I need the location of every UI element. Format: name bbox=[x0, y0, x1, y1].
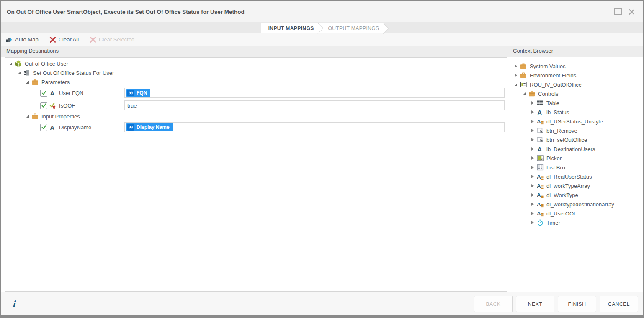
tree-row[interactable]: ADisplayNameDisplay Name bbox=[5, 121, 507, 133]
finish-button[interactable]: FINISH bbox=[558, 296, 596, 312]
expand-arrow-icon[interactable] bbox=[529, 166, 536, 169]
tree-row[interactable]: IsOOFtrue bbox=[5, 99, 507, 112]
tree-row[interactable]: Environment Fields bbox=[510, 71, 642, 80]
tree-row[interactable]: AUser FQNFQN bbox=[5, 87, 507, 99]
expand-arrow-icon[interactable] bbox=[529, 110, 536, 114]
next-button[interactable]: NEXT bbox=[516, 296, 554, 312]
tree-row[interactable]: Adl_workTypeArray bbox=[510, 181, 642, 190]
tree-row[interactable]: System Values bbox=[510, 62, 642, 71]
row-checkbox[interactable] bbox=[40, 124, 47, 131]
tree-row[interactable]: Adl_UserOOf bbox=[510, 209, 642, 218]
tree-row[interactable]: Parameters bbox=[5, 77, 507, 87]
svg-text:A: A bbox=[537, 174, 541, 180]
tree-row[interactable]: Set Out Of Office Status For User bbox=[5, 68, 507, 77]
tree-row-label: IsOOF bbox=[59, 103, 75, 109]
toolbar-item-label: Auto Map bbox=[15, 36, 39, 43]
mapping-token[interactable]: FQN bbox=[126, 89, 150, 97]
svg-text:A: A bbox=[538, 109, 542, 116]
tab-output-mappings[interactable]: OUTPUT MAPPINGS bbox=[318, 23, 384, 33]
tree-row[interactable]: Controls bbox=[510, 89, 642, 98]
tree-row[interactable]: Adl_USerStatus_Unstyle bbox=[510, 117, 642, 126]
tree-row[interactable]: Adl_worktypedestinationarray bbox=[510, 200, 642, 209]
clear-all-button[interactable]: Clear All bbox=[49, 36, 79, 43]
mapping-token[interactable]: Display Name bbox=[126, 123, 173, 131]
mapping-destinations-panel: Out of Office UserSet Out Of Office Stat… bbox=[5, 57, 507, 292]
tree-row-label: DisplayName bbox=[59, 124, 91, 131]
collapse-arrow-icon[interactable] bbox=[24, 81, 31, 84]
window-controls bbox=[614, 8, 643, 15]
expand-arrow-icon[interactable] bbox=[529, 212, 536, 215]
tab-strip: INPUT MAPPINGSOUTPUT MAPPINGS bbox=[1, 22, 643, 33]
button-icon bbox=[537, 127, 544, 134]
expand-arrow-icon[interactable] bbox=[529, 120, 536, 123]
tree-row-label: btn_Remove bbox=[546, 128, 577, 134]
expand-arrow-icon[interactable] bbox=[529, 221, 536, 224]
tree-row[interactable]: Adl_WorkType bbox=[510, 190, 642, 200]
mapping-field[interactable]: FQN bbox=[124, 88, 505, 98]
tree-row-label: Table bbox=[546, 100, 559, 106]
collapse-arrow-icon[interactable] bbox=[16, 72, 22, 74]
tree-row-label: btn_setOutOffice bbox=[546, 137, 587, 143]
expand-arrow-icon[interactable] bbox=[529, 129, 536, 132]
expand-arrow-icon[interactable] bbox=[529, 101, 536, 105]
tree-row[interactable]: Out of Office User bbox=[5, 59, 507, 68]
folder-icon bbox=[520, 72, 528, 79]
tree-row[interactable]: Table bbox=[510, 98, 642, 108]
expand-arrow-icon[interactable] bbox=[529, 184, 536, 187]
svg-text:A: A bbox=[50, 90, 55, 97]
collapse-arrow-icon[interactable] bbox=[24, 115, 31, 118]
tree-row-label: dl_UserOOf bbox=[546, 210, 575, 217]
expand-arrow-icon[interactable] bbox=[529, 193, 536, 197]
token-field-icon bbox=[127, 124, 134, 131]
expand-arrow-icon[interactable] bbox=[513, 74, 519, 77]
tree-row[interactable]: ROU_IV_OutOfOffice bbox=[510, 80, 642, 89]
collapse-arrow-icon[interactable] bbox=[8, 62, 14, 65]
row-checkbox[interactable] bbox=[40, 90, 47, 97]
tree-row-label: User FQN bbox=[59, 90, 84, 96]
maximize-icon[interactable] bbox=[614, 8, 622, 15]
expand-arrow-icon[interactable] bbox=[529, 175, 536, 178]
expand-arrow-icon[interactable] bbox=[529, 203, 536, 206]
tree-row-label: Input Properties bbox=[41, 113, 80, 120]
expand-arrow-icon[interactable] bbox=[529, 138, 536, 141]
close-icon[interactable] bbox=[628, 8, 635, 15]
tree-row[interactable]: btn_setOutOffice bbox=[510, 135, 642, 144]
picker-icon bbox=[537, 155, 544, 162]
footer-buttons: BACKNEXTFINISHCANCEL bbox=[474, 296, 643, 312]
tree-row[interactable]: Picker bbox=[510, 154, 642, 163]
expand-arrow-icon[interactable] bbox=[529, 147, 536, 151]
tree-row[interactable]: btn_Remove bbox=[510, 126, 642, 135]
datalabel-icon: A bbox=[537, 210, 544, 217]
value-input[interactable]: true bbox=[124, 100, 505, 110]
tree-row[interactable]: Alb_Status bbox=[510, 108, 642, 117]
svg-text:A: A bbox=[538, 146, 542, 153]
tree-row[interactable]: Alb_DestinationUsers bbox=[510, 144, 642, 154]
tree-row[interactable]: List Box bbox=[510, 163, 642, 172]
collapse-arrow-icon[interactable] bbox=[521, 92, 527, 95]
panel-header-band: Mapping Destinations Context Browser bbox=[1, 46, 643, 57]
footer-bar: i BACKNEXTFINISHCANCEL bbox=[1, 292, 643, 315]
folder-icon bbox=[32, 113, 39, 120]
svg-text:A: A bbox=[537, 201, 541, 208]
tree-row[interactable]: Timer bbox=[510, 218, 642, 227]
tree-row-label: lb_DestinationUsers bbox=[546, 146, 595, 152]
expand-arrow-icon[interactable] bbox=[513, 64, 519, 68]
mapping-field[interactable]: Display Name bbox=[124, 122, 505, 132]
auto-map-button[interactable]: Auto Map bbox=[6, 36, 39, 43]
expander-spacer bbox=[33, 92, 39, 95]
datalabel-icon: A bbox=[537, 201, 544, 208]
text-icon: A bbox=[49, 124, 57, 131]
clear-selected-icon bbox=[90, 36, 96, 43]
row-checkbox[interactable] bbox=[40, 102, 47, 109]
tree-row-label: System Values bbox=[530, 63, 566, 69]
auto-map-icon bbox=[6, 36, 13, 43]
collapse-arrow-icon[interactable] bbox=[513, 83, 519, 86]
tree-row-label: Set Out Of Office Status For User bbox=[33, 70, 114, 76]
cancel-button[interactable]: CANCEL bbox=[600, 296, 638, 312]
tree-row[interactable]: Input Properties bbox=[5, 112, 507, 121]
info-icon[interactable]: i bbox=[12, 299, 15, 309]
tab-input-mappings[interactable]: INPUT MAPPINGS bbox=[261, 23, 318, 33]
tree-row[interactable]: Adl_RealUserStatus bbox=[510, 172, 642, 181]
expand-arrow-icon[interactable] bbox=[529, 156, 536, 160]
tree-row-label: dl_workTypeArray bbox=[546, 183, 590, 189]
